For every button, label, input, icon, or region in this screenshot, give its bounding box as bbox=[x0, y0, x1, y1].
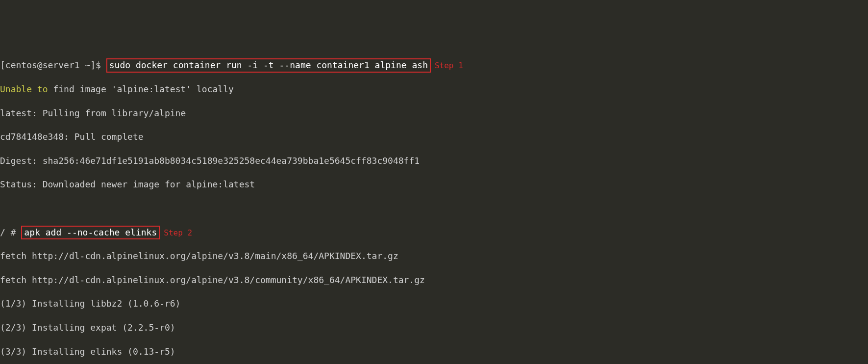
output-line: Unable to find image 'alpine:latest' loc… bbox=[0, 83, 868, 95]
output-line: (3/3) Installing elinks (0.13-r5) bbox=[0, 346, 868, 358]
output-line: (2/3) Installing expat (2.2.5-r0) bbox=[0, 322, 868, 334]
output-line: fetch http://dl-cdn.alpinelinux.org/alpi… bbox=[0, 274, 868, 286]
output-line: cd784148e348: Pull complete bbox=[0, 131, 868, 143]
terminal-line: [centos@server1 ~]$ sudo docker containe… bbox=[0, 59, 868, 71]
output-text: Unable to bbox=[0, 84, 48, 94]
output-line: latest: Pulling from library/alpine bbox=[0, 107, 868, 119]
step-label-1: Step 1 bbox=[435, 61, 463, 70]
prompt: / # bbox=[0, 227, 16, 237]
output-line: fetch http://dl-cdn.alpinelinux.org/alpi… bbox=[0, 250, 868, 262]
terminal-line: / # apk add --no-cache elinksStep 2 bbox=[0, 227, 868, 238]
step-label-2: Step 2 bbox=[164, 228, 192, 237]
command-text[interactable]: apk add --no-cache elinks bbox=[24, 227, 157, 237]
output-line: Status: Downloaded newer image for alpin… bbox=[0, 179, 868, 190]
prompt: [centos@server1 ~]$ bbox=[0, 60, 101, 70]
output-line: Digest: sha256:46e71df1e5191ab8b8034c518… bbox=[0, 155, 868, 167]
command-box-step1: sudo docker container run -i -t --name c… bbox=[106, 58, 431, 72]
command-text[interactable]: sudo docker container run -i -t --name c… bbox=[109, 60, 428, 70]
output-line: (1/3) Installing libbz2 (1.0.6-r6) bbox=[0, 298, 868, 310]
output-text: find image 'alpine:latest' locally bbox=[48, 84, 234, 94]
command-box-step2: apk add --no-cache elinks bbox=[21, 226, 160, 239]
